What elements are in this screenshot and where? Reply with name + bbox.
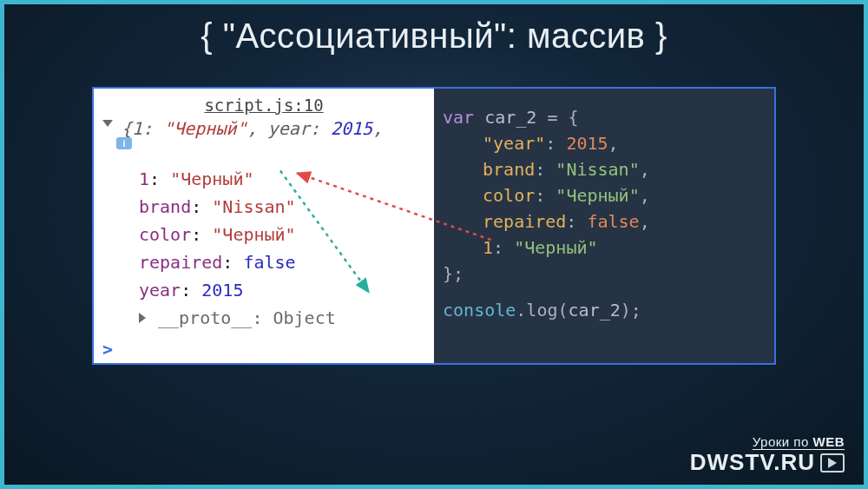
prop-key: brand [139, 196, 191, 217]
obj-val: "Черный" [514, 237, 597, 258]
play-icon [820, 453, 845, 472]
var-name: car_2 [484, 107, 547, 128]
proto-key: __proto__ [158, 307, 252, 328]
log-arg: car_2 [569, 300, 621, 320]
prop-val: "Черный" [170, 169, 253, 189]
prop-sep: : [191, 224, 212, 245]
preview-comma: , [372, 118, 383, 139]
object-preview-line: {1: "Черный", year: 2015, [102, 118, 425, 139]
kw-var: var [443, 107, 484, 128]
code-line: "year": 2015, [443, 130, 774, 156]
prop-sep: : [222, 252, 243, 273]
obj-sep: : [545, 133, 566, 154]
preview-sep: , [247, 118, 268, 139]
tagline-a: Уроки [753, 434, 790, 449]
prop-key: 1 [139, 169, 149, 189]
info-badge-icon: i [116, 137, 132, 149]
console-obj: console [443, 300, 516, 320]
devtools-pane: script.js:10 {1: "Черный", year: 2015, i… [94, 89, 434, 363]
editor-pane: var car_2 = { "year": 2015, brand: "Niss… [434, 89, 774, 363]
prop-row: brand: "Nissan" [139, 193, 425, 221]
log-open: .log( [516, 300, 568, 320]
prop-key: year [139, 280, 181, 301]
log-close: ); [621, 300, 641, 320]
collapse-arrow-icon [139, 313, 146, 323]
script-link: script.js:10 [102, 94, 425, 118]
prop-sep: : [149, 169, 170, 189]
prop-row: 1: "Черный" [139, 165, 425, 193]
brace-open: = { [547, 107, 578, 128]
comma: , [640, 159, 650, 180]
code-line: var car_2 = { [443, 104, 774, 130]
prop-sep: : [181, 280, 201, 301]
obj-val: 2015 [566, 133, 608, 154]
watermark: Уроки по WEB DWSTV.RU [690, 434, 845, 476]
prop-row: year: 2015 [139, 276, 425, 304]
preview-val-1: "Черный" [163, 118, 247, 139]
console-prompt-icon: > [102, 339, 113, 360]
brand-text: DWSTV.RU [690, 449, 815, 476]
obj-key: 1 [483, 237, 493, 258]
expand-arrow-icon [102, 120, 113, 127]
prop-val: false [243, 252, 295, 273]
obj-key: "year" [483, 133, 545, 154]
preview-key-1: 1: [132, 118, 153, 139]
code-panel: script.js:10 {1: "Черный", year: 2015, i… [92, 87, 776, 365]
prop-sep: : [191, 196, 212, 217]
tagline-c: WEB [813, 434, 845, 449]
code-line: repaired: false, [443, 208, 774, 235]
code-line: 1: "Черный" [443, 235, 774, 261]
obj-val: "Nissan" [556, 159, 639, 180]
obj-sep: : [535, 159, 556, 180]
obj-val: false [587, 211, 639, 232]
watermark-brand: DWSTV.RU [690, 449, 845, 476]
prop-val: 2015 [201, 280, 243, 301]
code-line: color: "Черный", [443, 182, 774, 208]
prop-val: "Nissan" [212, 196, 295, 217]
comma: , [640, 185, 650, 206]
obj-sep: : [535, 185, 556, 206]
brace-close: }; [443, 263, 464, 284]
prop-val: "Черный" [212, 224, 295, 245]
slide-title: { "Ассоциативный": массив } [4, 4, 864, 78]
obj-key: color [483, 185, 535, 206]
obj-sep: : [566, 211, 587, 232]
object-properties: 1: "Черный" brand: "Nissan" color: "Черн… [102, 139, 425, 332]
code-line: console.log(car_2); [443, 297, 774, 323]
proto-sep: : [252, 307, 273, 328]
prop-row: color: "Черный" [139, 221, 425, 248]
obj-key: brand [483, 159, 535, 180]
prop-key: color [139, 224, 191, 245]
prop-row: repaired: false [139, 248, 425, 276]
preview-brace: { [122, 118, 132, 139]
comma: , [640, 211, 650, 232]
watermark-tagline: Уроки по WEB [690, 434, 845, 449]
code-line: brand: "Nissan", [443, 156, 774, 182]
obj-val: "Черный" [556, 185, 639, 206]
comma: , [608, 133, 619, 154]
preview-key-2: year: [268, 118, 320, 139]
proto-row: __proto__: Object [139, 304, 425, 332]
preview-val-2: 2015 [331, 118, 372, 139]
spacer [443, 287, 774, 297]
obj-key: repaired [483, 211, 566, 232]
code-line: }; [443, 261, 774, 287]
proto-val: Object [273, 307, 335, 328]
prop-key: repaired [139, 252, 222, 273]
obj-sep: : [493, 237, 514, 258]
tagline-b: по [790, 434, 813, 449]
